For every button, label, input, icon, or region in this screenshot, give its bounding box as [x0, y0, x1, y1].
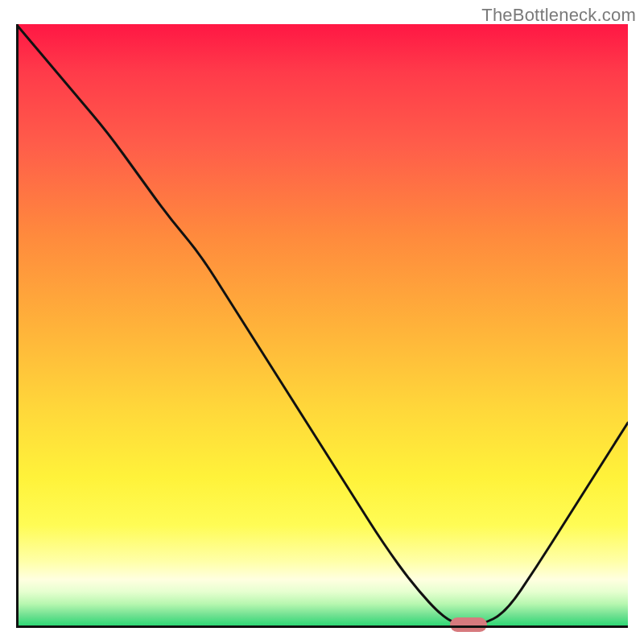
bottleneck-chart: TheBottleneck.com: [0, 0, 644, 644]
watermark-text: TheBottleneck.com: [481, 5, 636, 26]
optimal-marker: [450, 617, 487, 632]
plot-area: [16, 24, 628, 628]
gradient-background: [16, 24, 628, 628]
